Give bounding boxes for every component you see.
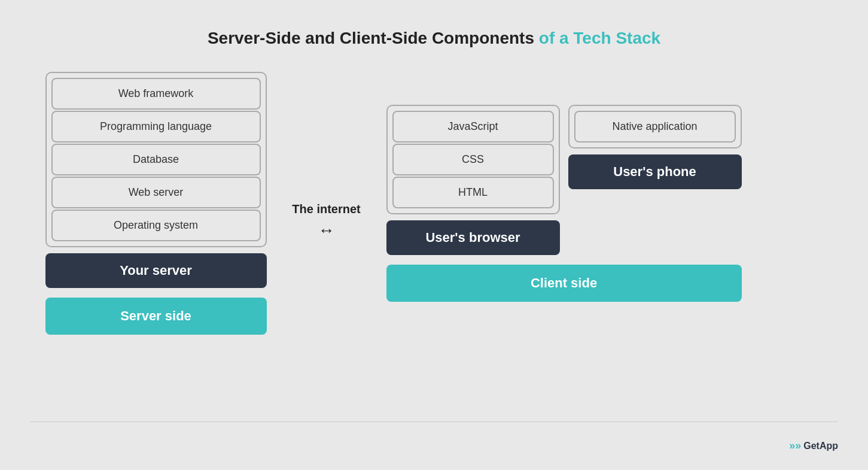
users-browser-label: User's browser bbox=[386, 220, 560, 255]
internet-column: The internet ↔ bbox=[267, 166, 386, 240]
client-headers-row: JavaScript CSS HTML User's browser Nativ… bbox=[386, 105, 742, 255]
component-web-framework: Web framework bbox=[51, 78, 261, 110]
divider-line bbox=[30, 422, 838, 422]
diagram: Web framework Programming language Datab… bbox=[45, 72, 823, 335]
page-title: Server-Side and Client-Side Components o… bbox=[208, 29, 660, 48]
component-css: CSS bbox=[392, 144, 554, 175]
client-sections-row: Client side bbox=[386, 255, 742, 302]
bidirectional-arrow-icon: ↔ bbox=[318, 221, 335, 240]
component-database: Database bbox=[51, 144, 261, 175]
client-column: JavaScript CSS HTML User's browser Nativ… bbox=[386, 105, 742, 302]
component-operating-system: Operating system bbox=[51, 210, 261, 241]
getapp-logo: »» GetApp bbox=[789, 439, 838, 452]
browser-column: JavaScript CSS HTML User's browser bbox=[386, 105, 560, 255]
users-phone-label: User's phone bbox=[568, 154, 742, 189]
title-highlight: of a Tech Stack bbox=[539, 29, 660, 47]
getapp-chevrons-icon: »» bbox=[789, 439, 801, 452]
server-side-label: Server side bbox=[45, 298, 267, 335]
title-prefix: Server-Side and Client-Side Components bbox=[208, 29, 534, 47]
phone-column: Native application User's phone bbox=[568, 105, 742, 255]
component-web-server: Web server bbox=[51, 177, 261, 208]
getapp-text: GetApp bbox=[803, 441, 838, 451]
component-native-application: Native application bbox=[574, 111, 736, 142]
component-programming-language: Programming language bbox=[51, 111, 261, 142]
internet-label: The internet bbox=[292, 202, 360, 216]
server-components-group: Web framework Programming language Datab… bbox=[45, 72, 267, 247]
browser-components-group: JavaScript CSS HTML bbox=[386, 105, 560, 214]
component-javascript: JavaScript bbox=[392, 111, 554, 142]
client-side-label: Client side bbox=[386, 265, 742, 302]
component-html: HTML bbox=[392, 177, 554, 208]
phone-components-group: Native application bbox=[568, 105, 742, 148]
your-server-label: Your server bbox=[45, 253, 267, 288]
server-column: Web framework Programming language Datab… bbox=[45, 72, 267, 335]
